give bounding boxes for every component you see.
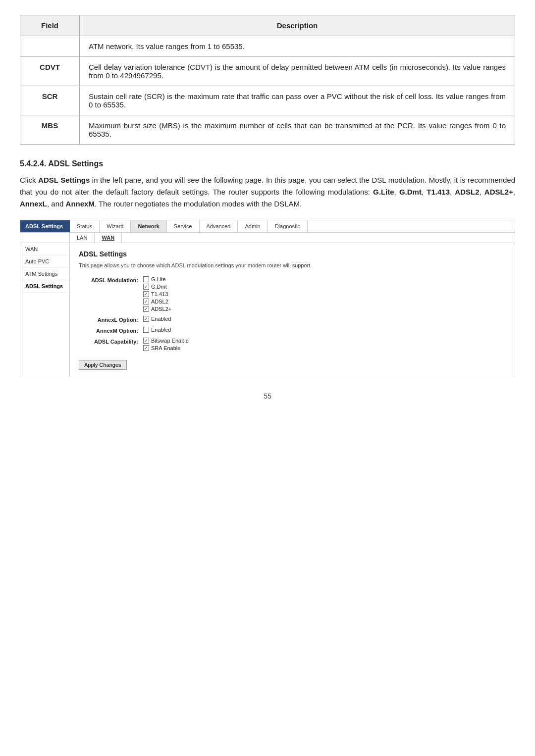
checkbox-icon[interactable] [143, 299, 149, 304]
sidebar: WANAuto PVCATM SettingsADSL Settings [20, 243, 70, 377]
nav-subtab-wan[interactable]: WAN [95, 233, 122, 243]
nav-tabs: StatusWizardNetworkServiceAdvancedAdminD… [70, 220, 515, 232]
nav-sidebar-label: ADSL Settings [20, 220, 70, 232]
checkbox-icon[interactable] [143, 291, 149, 297]
table-row-field: SCR [20, 86, 80, 115]
annexm-row: AnnexM Option: Enabled [79, 327, 506, 334]
sidebar-item-wan[interactable]: WAN [20, 243, 69, 255]
annexl-options: Enabled [143, 316, 171, 323]
checkbox-icon[interactable] [143, 276, 149, 282]
adsl-modulation-label: ADSL Modulation: [79, 276, 143, 312]
checkbox-icon[interactable] [143, 327, 149, 333]
page-number: 55 [20, 392, 515, 400]
checkbox-label: SRA Enable [151, 345, 180, 351]
main-area: WANAuto PVCATM SettingsADSL Settings ADS… [20, 243, 515, 377]
checkbox-row[interactable]: G.Lite [143, 276, 171, 282]
sidebar-item-auto-pvc[interactable]: Auto PVC [20, 255, 69, 268]
checkbox-icon[interactable] [143, 316, 149, 322]
checkbox-label: Enabled [151, 327, 171, 333]
table-row-field: MBS [20, 115, 80, 145]
section-body: Click ADSL Settings in the left pane, an… [20, 174, 515, 210]
checkbox-row[interactable]: Bitswap Enable [143, 338, 189, 344]
table-row-description: Sustain cell rate (SCR) is the maximum r… [80, 86, 515, 115]
checkbox-label: ADSL2 [151, 299, 168, 304]
apply-changes-button[interactable]: Apply Changes [79, 360, 127, 370]
checkbox-label: G.Lite [151, 276, 165, 282]
checkbox-row[interactable]: ADSL2 [143, 299, 171, 304]
nav-tab-status[interactable]: Status [70, 220, 100, 232]
table-row-field: CDVT [20, 57, 80, 86]
checkbox-row[interactable]: SRA Enable [143, 345, 189, 351]
checkbox-label: T1.413 [151, 291, 168, 297]
table-row-description: Cell delay variation tolerance (CDVT) is… [80, 57, 515, 86]
nav-tab-wizard[interactable]: Wizard [100, 220, 131, 232]
section-title: ADSL Settings [48, 159, 103, 168]
nav-tab-diagnostic[interactable]: Diagnostic [268, 220, 308, 232]
checkbox-icon[interactable] [143, 284, 149, 290]
nav-bar: ADSL Settings StatusWizardNetworkService… [20, 220, 515, 233]
checkbox-label: G.Dmt [151, 284, 167, 290]
col-field-header: Field [20, 15, 80, 36]
table-row-description: ATM network. Its value ranges from 1 to … [80, 36, 515, 57]
nav-tab-service[interactable]: Service [167, 220, 200, 232]
nav-subtab-lan[interactable]: LAN [70, 233, 95, 243]
nav-tab-advanced[interactable]: Advanced [200, 220, 238, 232]
checkbox-row[interactable]: ADSL2+ [143, 306, 171, 312]
adsl-modulation-row: ADSL Modulation: G.LiteG.DmtT1.413ADSL2A… [79, 276, 506, 312]
content-title: ADSL Settings [79, 250, 506, 258]
adsl-modulation-options: G.LiteG.DmtT1.413ADSL2ADSL2+ [143, 276, 171, 312]
capability-label: ADSL Capability: [79, 338, 143, 351]
nav-sub-tabs: LANWAN [20, 233, 515, 243]
section-heading: 5.4.2.4. ADSL Settings [20, 159, 515, 168]
table-row-description: Maximum burst size (MBS) is the maximum … [80, 115, 515, 145]
checkbox-row[interactable]: Enabled [143, 316, 171, 322]
adsl-settings-screenshot: ADSL Settings StatusWizardNetworkService… [20, 220, 515, 377]
capability-row: ADSL Capability: Bitswap EnableSRA Enabl… [79, 338, 506, 351]
section-number: 5.4.2.4. [20, 159, 46, 168]
checkbox-row[interactable]: G.Dmt [143, 284, 171, 290]
col-description-header: Description [80, 15, 515, 36]
annexm-label: AnnexM Option: [79, 327, 143, 334]
content-desc: This page allows you to choose which ADS… [79, 262, 506, 269]
checkbox-label: Bitswap Enable [151, 338, 189, 344]
table-row-field [20, 36, 80, 57]
sidebar-item-adsl-settings[interactable]: ADSL Settings [20, 280, 69, 293]
annexl-row: AnnexL Option: Enabled [79, 316, 506, 323]
checkbox-icon[interactable] [143, 338, 149, 344]
field-description-table: Field Description ATM network. Its value… [20, 15, 515, 145]
checkbox-label: ADSL2+ [151, 306, 171, 312]
form-section: ADSL Modulation: G.LiteG.DmtT1.413ADSL2A… [79, 276, 506, 370]
checkbox-row[interactable]: Enabled [143, 327, 171, 333]
capability-options: Bitswap EnableSRA Enable [143, 338, 189, 351]
nav-tab-network[interactable]: Network [131, 220, 166, 232]
checkbox-icon[interactable] [143, 306, 149, 312]
content-area: ADSL Settings This page allows you to ch… [70, 243, 515, 377]
checkbox-label: Enabled [151, 316, 171, 322]
annexm-options: Enabled [143, 327, 171, 334]
annexl-label: AnnexL Option: [79, 316, 143, 323]
checkbox-row[interactable]: T1.413 [143, 291, 171, 297]
sidebar-item-atm-settings[interactable]: ATM Settings [20, 268, 69, 280]
checkbox-icon[interactable] [143, 345, 149, 351]
nav-tab-admin[interactable]: Admin [238, 220, 268, 232]
